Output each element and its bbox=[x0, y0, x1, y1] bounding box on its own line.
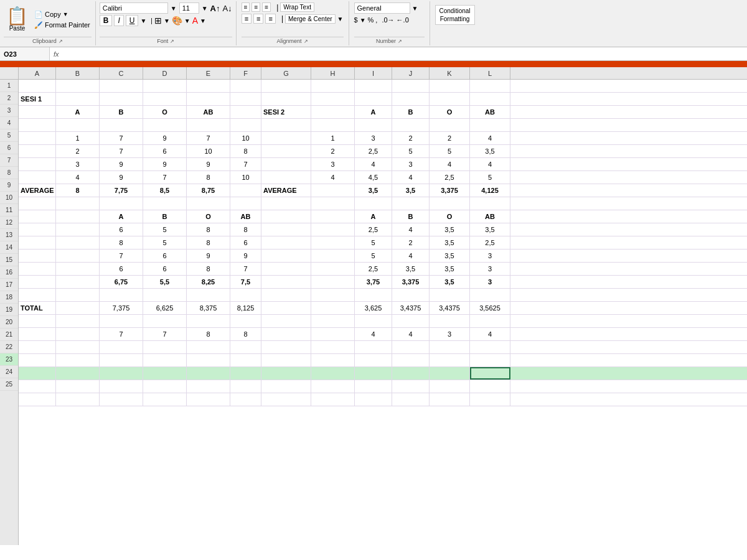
row-num-2[interactable]: 2 bbox=[0, 92, 18, 105]
row-num-9[interactable]: 9 bbox=[0, 179, 18, 192]
cell-d4[interactable] bbox=[143, 119, 187, 131]
cell-c3[interactable]: B bbox=[100, 106, 143, 118]
cell-f9[interactable] bbox=[230, 184, 261, 197]
cell-g3[interactable]: SESI 2 bbox=[261, 106, 311, 118]
row-num-8[interactable]: 8 bbox=[0, 167, 18, 179]
col-header-g[interactable]: G bbox=[261, 67, 311, 79]
row-num-1[interactable]: 1 bbox=[0, 80, 18, 92]
cell-d15[interactable]: 6 bbox=[143, 263, 187, 275]
cell-i5[interactable]: 3 bbox=[355, 132, 392, 144]
cell-b2[interactable] bbox=[56, 93, 100, 105]
cell-a20[interactable] bbox=[19, 328, 56, 340]
cell-h2[interactable] bbox=[311, 93, 355, 105]
cell-k11[interactable]: O bbox=[430, 210, 470, 223]
cell-h6[interactable]: 2 bbox=[311, 145, 355, 157]
cell-b7[interactable]: 3 bbox=[56, 158, 100, 170]
cell-k6[interactable]: 5 bbox=[430, 145, 470, 157]
cell-f14[interactable]: 9 bbox=[230, 250, 261, 262]
cell-d9[interactable]: 8,5 bbox=[143, 184, 187, 197]
cell-f23[interactable] bbox=[230, 367, 261, 380]
cell-e4[interactable] bbox=[187, 119, 230, 131]
cell-l9[interactable]: 4,125 bbox=[470, 184, 510, 197]
cell-e12[interactable]: 8 bbox=[187, 223, 230, 236]
cell-a22[interactable] bbox=[19, 354, 56, 366]
cell-k15[interactable]: 3,5 bbox=[430, 263, 470, 275]
cell-l25[interactable] bbox=[470, 393, 510, 406]
cell-f2[interactable] bbox=[230, 93, 261, 105]
bold-button[interactable]: B bbox=[100, 15, 113, 26]
decrease-decimal-button[interactable]: ←.0 bbox=[397, 16, 409, 24]
cell-g13[interactable] bbox=[261, 236, 311, 249]
row-num-25[interactable]: 25 bbox=[0, 378, 18, 391]
cell-a12[interactable] bbox=[19, 223, 56, 236]
row-num-13[interactable]: 13 bbox=[0, 229, 18, 241]
cell-f19[interactable] bbox=[230, 315, 261, 327]
cell-h1[interactable] bbox=[311, 80, 355, 92]
cell-i19[interactable] bbox=[355, 315, 392, 327]
cell-d18[interactable]: 6,625 bbox=[143, 302, 187, 314]
cell-f16[interactable]: 7,5 bbox=[230, 276, 261, 288]
cell-i8[interactable]: 4,5 bbox=[355, 171, 392, 184]
cell-i15[interactable]: 2,5 bbox=[355, 263, 392, 275]
cell-a13[interactable] bbox=[19, 236, 56, 249]
cell-c22[interactable] bbox=[100, 354, 143, 366]
format-painter-button[interactable]: 🖌️Format Painter bbox=[33, 21, 92, 30]
cell-j1[interactable] bbox=[392, 80, 430, 92]
row-num-24[interactable]: 24 bbox=[0, 366, 18, 378]
cell-e1[interactable] bbox=[187, 80, 230, 92]
cell-e23[interactable] bbox=[187, 367, 230, 380]
cell-a21[interactable] bbox=[19, 341, 56, 353]
cell-d2[interactable] bbox=[143, 93, 187, 105]
increase-font-button[interactable]: A↑ bbox=[210, 4, 220, 13]
cell-j13[interactable]: 2 bbox=[392, 236, 430, 249]
cell-g2[interactable] bbox=[261, 93, 311, 105]
font-name-input[interactable] bbox=[100, 2, 168, 14]
cell-l1[interactable] bbox=[470, 80, 510, 92]
cell-h20[interactable] bbox=[311, 328, 355, 340]
col-header-l[interactable]: L bbox=[470, 67, 510, 79]
cell-j6[interactable]: 5 bbox=[392, 145, 430, 157]
cell-k10[interactable] bbox=[430, 197, 470, 210]
cell-b3[interactable]: A bbox=[56, 106, 100, 118]
cell-b1[interactable] bbox=[56, 80, 100, 92]
cell-c8[interactable]: 9 bbox=[100, 171, 143, 184]
cell-e5[interactable]: 7 bbox=[187, 132, 230, 144]
row-num-4[interactable]: 4 bbox=[0, 117, 18, 129]
cell-g5[interactable] bbox=[261, 132, 311, 144]
cell-b25[interactable] bbox=[56, 393, 100, 406]
cell-e15[interactable]: 8 bbox=[187, 263, 230, 275]
cell-e24[interactable] bbox=[187, 380, 230, 393]
cell-c6[interactable]: 7 bbox=[100, 145, 143, 157]
cell-k16[interactable]: 3,5 bbox=[430, 276, 470, 288]
row-num-14[interactable]: 14 bbox=[0, 241, 18, 254]
cell-i21[interactable] bbox=[355, 341, 392, 353]
cell-h3[interactable] bbox=[311, 106, 355, 118]
col-header-b[interactable]: B bbox=[56, 67, 100, 79]
cell-j4[interactable] bbox=[392, 119, 430, 131]
cell-c7[interactable]: 9 bbox=[100, 158, 143, 170]
conditional-formatting-button[interactable]: Conditional Formatting bbox=[435, 5, 475, 25]
cell-g17[interactable] bbox=[261, 289, 311, 301]
cell-e7[interactable]: 9 bbox=[187, 158, 230, 170]
cell-c1[interactable] bbox=[100, 80, 143, 92]
cell-b15[interactable] bbox=[56, 263, 100, 275]
cell-g10[interactable] bbox=[261, 197, 311, 210]
font-size-input[interactable] bbox=[179, 2, 199, 14]
cell-i13[interactable]: 5 bbox=[355, 236, 392, 249]
cell-e19[interactable] bbox=[187, 315, 230, 327]
cell-l10[interactable] bbox=[470, 197, 510, 210]
cell-d20[interactable]: 7 bbox=[143, 328, 187, 340]
cell-k19[interactable] bbox=[430, 315, 470, 327]
cell-f7[interactable]: 7 bbox=[230, 158, 261, 170]
cell-d13[interactable]: 5 bbox=[143, 236, 187, 249]
cell-l8[interactable]: 5 bbox=[470, 171, 510, 184]
cell-k2[interactable] bbox=[430, 93, 470, 105]
cell-j21[interactable] bbox=[392, 341, 430, 353]
cell-c25[interactable] bbox=[100, 393, 143, 406]
row-num-11[interactable]: 11 bbox=[0, 204, 18, 217]
row-num-21[interactable]: 21 bbox=[0, 329, 18, 341]
cell-d6[interactable]: 6 bbox=[143, 145, 187, 157]
row-num-3[interactable]: 3 bbox=[0, 105, 18, 117]
cell-a18[interactable]: TOTAL bbox=[19, 302, 56, 314]
cell-e2[interactable] bbox=[187, 93, 230, 105]
